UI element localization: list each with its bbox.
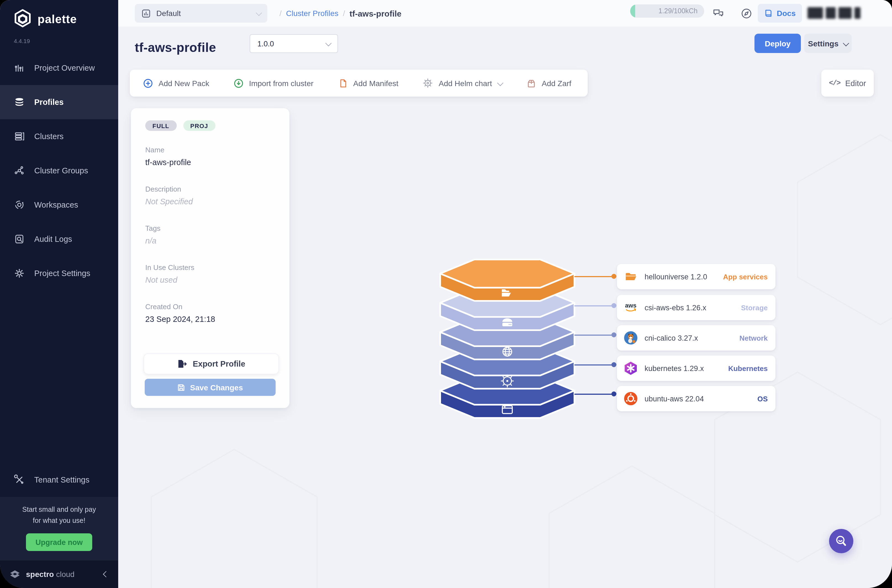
editor-label: Editor [845,79,866,87]
add-zarf-button[interactable]: Add Zarf [526,78,571,88]
connector-app-services [574,276,614,277]
sidebar-item-workspaces[interactable]: Workspaces [0,188,118,222]
aws-logo-icon: aws [623,300,638,315]
svg-text:aws: aws [625,302,637,309]
pack-name: hellouniverse 1.2.0 [644,273,716,281]
pack-category: Kubernetes [728,364,768,372]
sidebar-item-cluster-groups[interactable]: Cluster Groups [0,153,118,188]
connector-storage [574,305,614,306]
usage-text: 1.29/100kCh [658,7,698,15]
pack-row-cni-calico[interactable]: cni-calico 3.27.x Network [617,325,775,351]
palette-logo-icon [13,9,32,30]
project-selector-value: Default [156,9,251,18]
project-selector[interactable]: Default [135,4,267,22]
pack-row-ubuntu-aws[interactable]: ubuntu-aws 22.04 OS [617,386,775,411]
save-icon [177,384,185,391]
chevron-down-icon [256,10,262,16]
kubernetes-hexagon-icon [623,361,638,375]
field-in-use-clusters: In Use Clusters Not used [145,263,278,284]
badge-proj: PROJ [183,120,215,131]
connector-dot [611,392,616,396]
sidebar-item-label: Workspaces [34,200,78,209]
palette-app-window: palette 4.4.19 Project Overview [0,0,892,588]
chat-icon[interactable] [711,6,725,20]
resource-center-button[interactable] [829,529,853,553]
badge-full: FULL [145,120,176,131]
add-helm-chart-label: Add Helm chart [439,79,492,87]
upgrade-now-button[interactable]: Upgrade now [26,533,92,551]
bar-chart-icon [14,62,25,74]
brand-name: palette [38,13,77,26]
field-name: Name tf-aws-profile [145,146,278,167]
pack-name: cni-calico 3.27.x [644,334,733,342]
page-title: tf-aws-profile [135,40,216,56]
compass-icon[interactable] [739,6,753,20]
pack-row-hellouniverse[interactable]: hellouniverse 1.2.0 App services [617,264,775,289]
settings-button[interactable]: Settings [804,34,852,53]
network-nodes-icon [14,165,25,176]
chevron-down-icon [497,80,503,86]
docs-button[interactable]: Docs [758,4,802,22]
breadcrumb-separator: / [279,9,282,18]
breadcrumb-cluster-profiles-link[interactable]: Cluster Profiles [286,9,339,18]
sidebar-item-project-settings[interactable]: Project Settings [0,256,118,290]
chevron-down-icon [325,40,332,46]
breadcrumb-separator: / [343,9,345,18]
breadcrumb: / Cluster Profiles / tf-aws-profile [279,0,401,27]
sidebar-nav: Project Overview Profiles Clu [0,51,118,290]
sidebar-item-label: Project Overview [34,63,95,72]
gear-icon [14,268,25,279]
pack-category: App services [723,273,768,281]
connector-dot [611,362,616,367]
audit-search-icon [14,234,25,244]
profile-layer-stack [437,254,575,436]
sidebar-item-clusters[interactable]: Clusters [0,119,118,153]
spectro-cloud-logo [9,568,21,580]
pack-category: OS [757,394,768,403]
field-tags: Tags n/a [145,224,278,245]
plus-circle-icon [143,78,153,88]
sidebar-item-profiles[interactable]: Profiles [0,85,118,119]
export-profile-button[interactable]: Export Profile [144,353,279,374]
add-manifest-button[interactable]: Add Manifest [338,78,398,88]
collapse-sidebar-icon[interactable] [103,571,110,578]
promo-text: Start small and only pay for what you us… [6,505,113,526]
sidebar-item-label: Tenant Settings [34,476,90,484]
add-helm-chart-button[interactable]: Add Helm chart [423,78,502,88]
editor-button[interactable]: </> Editor [821,70,874,97]
add-new-pack-label: Add New Pack [159,79,209,87]
breadcrumb-current: tf-aws-profile [349,9,401,18]
connector-dot [611,332,616,338]
save-changes-button[interactable]: Save Changes [145,379,276,396]
pack-row-csi-aws-ebs[interactable]: aws csi-aws-ebs 1.26.x Storage [617,295,775,320]
project-scope-icon [141,9,151,18]
sidebar-item-audit-logs[interactable]: Audit Logs [0,222,118,256]
import-from-cluster-button[interactable]: Import from cluster [234,78,314,88]
pack-row-kubernetes[interactable]: kubernetes 1.29.x Kubernetes [617,356,775,381]
helm-wheel-icon [423,78,433,88]
user-account-redacted[interactable] [808,7,860,19]
sidebar-item-label: Project Settings [34,269,90,278]
sidebar-item-project-overview[interactable]: Project Overview [0,51,118,85]
sidebar-item-label: Profiles [34,98,63,106]
layers-stack-icon [14,97,25,108]
connector-dot [611,303,616,308]
profile-version-select[interactable]: 1.0.0 [250,34,338,53]
pack-name: csi-aws-ebs 1.26.x [644,303,734,312]
export-profile-label: Export Profile [193,359,245,368]
field-description: Description Not Specified [145,185,278,206]
connector-network [574,334,614,336]
import-circle-icon [234,78,243,88]
profile-badges: FULL PROJ [145,120,215,131]
usage-meter: 1.29/100kCh [630,4,704,18]
export-icon [177,359,187,368]
save-changes-label: Save Changes [190,383,243,392]
settings-label: Settings [808,39,838,48]
search-smile-icon [835,534,848,548]
import-from-cluster-label: Import from cluster [249,79,314,87]
add-zarf-label: Add Zarf [542,79,571,87]
sidebar-item-tenant-settings[interactable]: Tenant Settings [0,463,118,497]
pack-name: ubuntu-aws 22.04 [644,394,751,403]
add-new-pack-button[interactable]: Add New Pack [143,78,209,88]
deploy-button[interactable]: Deploy [754,34,801,53]
